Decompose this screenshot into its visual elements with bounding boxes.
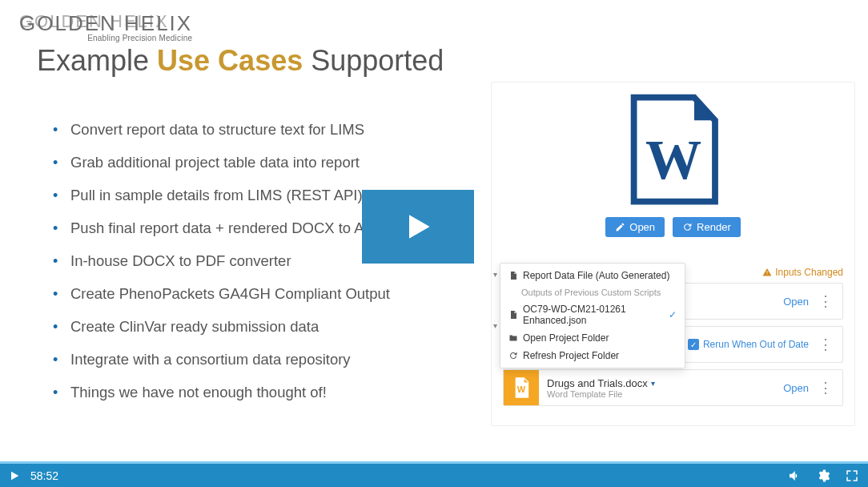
panel-buttons: Open Render [492, 217, 854, 237]
fullscreen-button[interactable] [844, 468, 860, 484]
volume-button[interactable] [786, 468, 802, 484]
slide: GOLDEN HELIX Enabling Precision Medicine… [0, 0, 868, 487]
file-icon [508, 271, 518, 280]
chevron-down-icon[interactable]: ▾ [493, 321, 497, 330]
check-icon: ✓ [669, 309, 677, 320]
play-icon [400, 209, 436, 244]
logo-text: GOLDEN HELIX [19, 11, 169, 32]
file-type-icon: W [504, 370, 539, 405]
dropdown-item-open-folder[interactable]: Open Project Folder [500, 329, 685, 347]
file-name[interactable]: Drugs and Trials.docx ▾ [547, 377, 775, 389]
dropdown-item-json[interactable]: OC79-WD-CM21-01261 Enhanced.json ✓ [500, 300, 685, 329]
checkbox-checked-icon [688, 339, 699, 350]
settings-button[interactable] [815, 468, 831, 484]
dropdown-item-report-data[interactable]: Report Data File (Auto Generated) [500, 267, 685, 284]
file-dropdown: ▾ ▾ Report Data File (Auto Generated) Ou… [500, 263, 685, 368]
dropdown-item-refresh-folder[interactable]: Refresh Project Folder [500, 347, 685, 364]
fullscreen-icon [845, 469, 859, 483]
play-icon [8, 469, 21, 482]
refresh-icon [508, 351, 518, 360]
svg-text:W: W [517, 384, 526, 394]
file-meta: Word Template File [547, 389, 775, 399]
folder-icon [508, 333, 518, 343]
progress-bar[interactable] [0, 461, 868, 464]
video-player-bar: 58:52 [0, 461, 868, 487]
chevron-down-icon: ▾ [651, 379, 655, 388]
kebab-menu-icon[interactable]: ⋮ [817, 294, 834, 308]
inputs-changed-warning: Inputs Changed [762, 267, 843, 278]
edit-icon [615, 222, 625, 232]
kebab-menu-icon[interactable]: ⋮ [817, 380, 834, 395]
svg-text:W: W [645, 128, 701, 191]
gear-icon [816, 469, 830, 483]
dropdown-subheading: Outputs of Previous Custom Scripts [500, 284, 685, 300]
rerun-toggle[interactable]: Rerun When Out of Date [688, 339, 809, 350]
file-actions: Open ⋮ [783, 284, 842, 319]
file-actions: Rerun When Out of Date ⋮ [688, 327, 842, 362]
file-row-template-docx: W Drugs and Trials.docx ▾ Word Template … [503, 369, 843, 406]
word-doc-icon: W [621, 91, 725, 211]
word-file-icon: W [512, 377, 530, 398]
kebab-menu-icon[interactable]: ⋮ [817, 337, 834, 352]
open-button[interactable]: Open [605, 217, 665, 237]
volume-icon [787, 469, 802, 483]
open-link[interactable]: Open [783, 382, 809, 394]
time-display: 58:52 [30, 469, 58, 482]
report-panel: W Open Render Inputs Changed ▾ ▾ Report … [491, 82, 855, 426]
refresh-icon [682, 222, 693, 232]
video-play-overlay[interactable] [362, 190, 474, 264]
play-button[interactable] [8, 469, 21, 482]
warning-icon [762, 268, 772, 277]
file-actions: Open ⋮ [783, 370, 842, 405]
open-link[interactable]: Open [783, 296, 809, 308]
render-button[interactable]: Render [673, 217, 741, 237]
file-icon [508, 310, 518, 320]
chevron-down-icon[interactable]: ▾ [493, 270, 497, 279]
logo-footer: GOLDEN HELIX [19, 11, 169, 455]
file-body: Drugs and Trials.docx ▾ Word Template Fi… [539, 370, 783, 405]
